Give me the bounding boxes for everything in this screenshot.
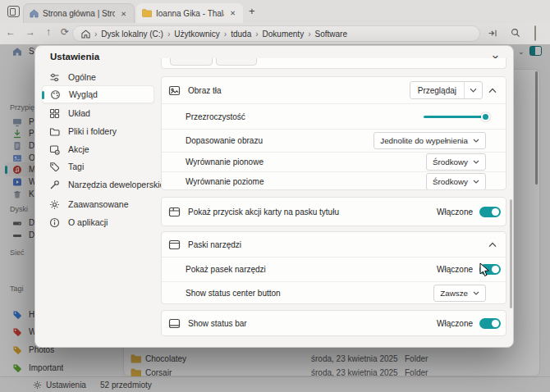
theme-button[interactable] <box>170 58 213 66</box>
status-bar-row: Show status bar Włączone <box>162 311 506 335</box>
setting-label: Show status center button <box>186 289 281 298</box>
home-icon <box>30 9 39 18</box>
vertical-align-dropdown[interactable]: Środkowy <box>426 153 486 171</box>
mouse-cursor <box>479 262 490 277</box>
opacity-row: Przezroczystość <box>162 103 506 129</box>
drive-gauge-icon[interactable] <box>534 26 536 41</box>
horizontal-align-row: Wyrównanie poziome Środkowy <box>162 171 506 190</box>
toggle-state-label: Włączone <box>437 207 473 217</box>
collapse-icon[interactable] <box>484 82 501 98</box>
collapse-icon[interactable] <box>484 236 501 253</box>
tab-bar: Strona główna | Strona główna ✕ Ioanna G… <box>0 0 550 23</box>
tag-icon <box>49 162 60 172</box>
setting-label: Pokaż pasek narzędzi <box>186 265 266 274</box>
chevron-down-icon[interactable] <box>465 88 482 93</box>
tab-home[interactable]: Strona główna | Strona główna ✕ <box>23 3 135 23</box>
settings-nav-advanced[interactable]: Zaawansowane <box>42 195 154 213</box>
settings-nav-tags[interactable]: Tagi <box>42 157 154 175</box>
dialog-scrollbar[interactable] <box>510 199 512 308</box>
crumb-separator: › <box>94 30 97 39</box>
setting-label: Wyrównanie poziome <box>186 177 264 186</box>
appearance-icon <box>50 89 61 100</box>
tab-label: Strona główna | Strona główna <box>43 9 115 18</box>
tab-action-row: Pokaż przycisk akcji karty na pasku tytu… <box>162 198 506 226</box>
setting-label: Obraz tła <box>188 86 222 95</box>
settings-nav-layout[interactable]: Układ <box>42 104 154 122</box>
tab-action-toggle[interactable] <box>479 207 501 217</box>
address-bar: ← → ↑ ⟳ › Dysk lokalny (C:) › Użytkownic… <box>0 23 550 44</box>
crumb-separator: › <box>308 30 310 39</box>
close-tab-icon[interactable]: ✕ <box>119 10 128 18</box>
close-tab-icon[interactable]: ✕ <box>228 9 237 17</box>
opacity-slider[interactable] <box>424 112 489 121</box>
chevron-down-icon <box>473 291 479 295</box>
setting-label: Paski narzędzi <box>188 240 241 249</box>
refresh-icon[interactable]: ⟳ <box>57 26 72 38</box>
settings-nav-about[interactable]: O aplikacji <box>42 213 154 231</box>
breadcrumb-item[interactable]: Software <box>314 30 346 39</box>
breadcrumb-item[interactable]: tduda <box>231 30 251 39</box>
settings-nav-files-folders[interactable]: Pliki i foldery <box>42 122 154 140</box>
wrench-icon <box>49 180 60 190</box>
chevron-down-icon <box>473 160 479 164</box>
crumb-separator: › <box>224 30 227 39</box>
home-icon <box>81 30 90 39</box>
breadcrumb-item[interactable]: Użytkownicy <box>174 30 220 39</box>
toggle-state-label: Włączone <box>437 265 473 274</box>
forward-icon[interactable]: → <box>23 26 38 38</box>
chevron-down-icon <box>473 180 479 184</box>
tab-label: Ioanna Gika - Thalassa | Softw <box>156 9 224 18</box>
setting-label: Pokaż przycisk akcji karty na pasku tytu… <box>188 207 339 217</box>
up-icon[interactable]: ↑ <box>41 26 56 38</box>
back-icon[interactable]: ← <box>3 26 18 38</box>
breadcrumb[interactable]: › Dysk lokalny (C:) › Użytkownicy › tdud… <box>72 25 480 42</box>
horizontal-align-dropdown[interactable]: Środkowy <box>426 173 486 190</box>
dialog-title: Ustawienia <box>50 52 99 62</box>
breadcrumb-item[interactable]: Dokumenty <box>263 30 305 39</box>
settings-nav-general[interactable]: Ogólne <box>42 68 154 86</box>
setting-label: Przezroczystość <box>186 112 245 121</box>
image-icon <box>168 84 181 97</box>
folder-icon <box>142 9 152 17</box>
browse-button[interactable]: Przeglądaj <box>410 81 483 99</box>
setting-label: Wyrównanie pionowe <box>186 157 264 166</box>
arrow-to-bar-icon[interactable] <box>488 29 497 38</box>
actions-icon <box>49 144 60 155</box>
crumb-separator: › <box>255 30 258 39</box>
info-icon <box>49 217 60 228</box>
status-bar-card: Show status bar Włączone <box>161 310 506 336</box>
settings-dialog: Ustawienia ✕ Ogólne Wygląd Układ Pliki i… <box>34 45 514 348</box>
vertical-align-row: Wyrównanie pionowe Środkowy <box>162 152 506 171</box>
files-app-window: Strona główna | Strona główna ✕ Ioanna G… <box>0 0 550 392</box>
statusbar-icon <box>168 317 181 330</box>
new-tab-button[interactable]: + <box>249 5 255 17</box>
gear-icon <box>49 199 60 210</box>
image-fit-dropdown[interactable]: Jednolite do wypełnienia <box>374 132 486 149</box>
status-bar-toggle[interactable] <box>479 318 501 329</box>
toolbars-header[interactable]: Paski narzędzi <box>162 232 506 257</box>
settings-nav-appearance[interactable]: Wygląd <box>42 85 154 103</box>
toolbars-card: Paski narzędzi Pokaż pasek narzędzi Włąc… <box>161 231 506 304</box>
tab-software[interactable]: Ioanna Gika - Thalassa | Softw ✕ <box>136 3 243 23</box>
settings-nav-devtools[interactable]: Narzędzia deweloperskie <box>42 175 154 194</box>
scrolled-card-remnant <box>161 58 506 69</box>
folder-icon <box>49 126 60 137</box>
search-icon[interactable] <box>511 28 520 38</box>
setting-label: Show status bar <box>188 319 247 328</box>
setting-label: Dopasowanie obrazu <box>186 136 263 145</box>
options-icon <box>49 72 60 83</box>
status-center-dropdown[interactable]: Zawsze <box>433 285 486 302</box>
settings-nav-actions[interactable]: Akcje <box>42 140 154 158</box>
selection-indicator <box>42 91 44 99</box>
background-image-header[interactable]: Obraz tła Przeglądaj <box>162 77 506 103</box>
breadcrumb-item[interactable]: Dysk lokalny (C:) <box>101 30 163 39</box>
window-menu-icon[interactable] <box>7 6 20 17</box>
show-toolbar-row: Pokaż pasek narzędzi Włączone <box>162 257 506 281</box>
background-image-card: Obraz tła Przeglądaj Przezroczystość Dop… <box>161 76 506 190</box>
toggle-state-label: Włączone <box>437 319 473 328</box>
theme-button[interactable] <box>216 58 257 66</box>
image-fit-row: Dopasowanie obrazu Jednolite do wypełnie… <box>162 129 506 152</box>
tab-action-card: Pokaż przycisk akcji karty na pasku tytu… <box>161 197 506 226</box>
status-center-row: Show status center button Zawsze <box>162 281 506 303</box>
toolbar-icon <box>168 239 181 251</box>
